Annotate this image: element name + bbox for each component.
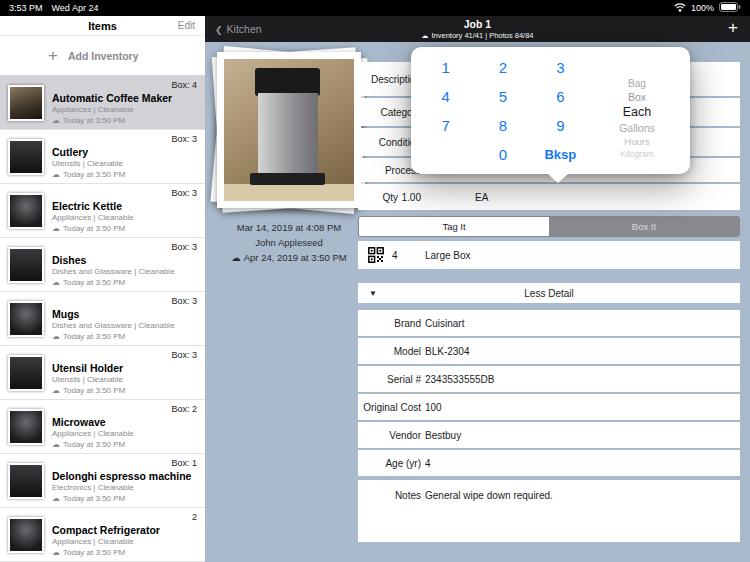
key-7[interactable]: 7 (417, 111, 474, 140)
item-box-label: Box: 3 (171, 350, 197, 360)
key-0[interactable]: 0 (474, 140, 531, 169)
item-thumbnail (8, 301, 44, 337)
detail-content: Mar 14, 2019 at 4:08 PM John Appleseed ☁… (205, 42, 750, 562)
battery-percent: 100% (691, 3, 714, 13)
key-5[interactable]: 5 (474, 82, 531, 111)
item-name: Cutlery (52, 146, 199, 158)
sidebar-title: Items (88, 20, 117, 32)
key-4[interactable]: 4 (417, 82, 474, 111)
qty-label: Qty (358, 192, 398, 203)
photo-synced-date: ☁Apr 24, 2019 at 3:50 PM (205, 250, 373, 265)
brand-field[interactable]: Brand Cuisinart (358, 310, 740, 336)
qty-unit[interactable]: EA (475, 192, 488, 203)
wifi-icon (674, 3, 686, 14)
original-cost-value[interactable]: 100 (425, 402, 442, 413)
key-1[interactable]: 1 (417, 53, 474, 82)
box-number: 4 (392, 250, 398, 261)
cloud-icon: ☁ (52, 440, 60, 449)
status-time: 3:53 PM (9, 3, 43, 13)
add-button[interactable]: + (728, 18, 738, 38)
list-item-mugs[interactable]: Box: 3 Mugs Dishes and Glassware | Clean… (0, 292, 205, 346)
list-item-cutlery[interactable]: Box: 3 Cutlery Utensils | Cleanable ☁Tod… (0, 130, 205, 184)
box-type: Large Box (425, 250, 471, 261)
key-spacer (417, 140, 474, 169)
notes-field[interactable]: Notes General wipe down required. (358, 480, 740, 542)
unit-option-bag[interactable]: Bag (592, 77, 682, 90)
status-date: Wed Apr 24 (52, 3, 99, 13)
list-item-delonghi-espresso-machine[interactable]: Box: 1 Delonghi espresso machine Electro… (0, 454, 205, 508)
list-item-automatic-coffee-maker[interactable]: Box: 4 Automatic Coffee Maker Appliances… (0, 76, 205, 130)
box-it-button[interactable]: Box It (549, 217, 739, 236)
item-synced: Today at 3:50 PM (63, 224, 125, 233)
notes-label: Notes (358, 490, 421, 501)
brand-value[interactable]: Cuisinart (425, 318, 464, 329)
box-assignment-row[interactable]: 4 Large Box (358, 241, 740, 269)
unit-option-gallons[interactable]: Gallons (592, 121, 682, 135)
add-inventory-button[interactable]: + Add Inventory (0, 36, 205, 76)
plus-icon: + (48, 46, 58, 66)
item-name: Automatic Coffee Maker (52, 92, 199, 104)
item-synced: Today at 3:50 PM (63, 170, 125, 179)
edit-button[interactable]: Edit (178, 20, 195, 31)
model-field[interactable]: Model BLK-2304 (358, 338, 740, 364)
item-name: Dishes (52, 254, 199, 266)
list-item-compact-refrigerator[interactable]: 2 Compact Refrigerator Appliances | Clea… (0, 508, 205, 562)
less-detail-toggle[interactable]: ▼ Less Detail (358, 283, 740, 303)
item-box-label: Box: 2 (171, 404, 197, 414)
cloud-icon: ☁ (52, 494, 60, 503)
key-2[interactable]: 2 (474, 53, 531, 82)
vendor-field[interactable]: Vendor Bestbuy (358, 422, 740, 448)
brand-label: Brand (358, 318, 421, 329)
cloud-icon: ☁ (231, 252, 241, 263)
age-value[interactable]: 4 (425, 458, 431, 469)
cloud-icon: ☁ (52, 224, 60, 233)
serial-label: Serial # (358, 374, 421, 385)
key-8[interactable]: 8 (474, 111, 531, 140)
model-value[interactable]: BLK-2304 (425, 346, 469, 357)
key-9[interactable]: 9 (532, 111, 589, 140)
tag-it-button[interactable]: Tag It (359, 217, 549, 236)
photo-caption: Mar 14, 2019 at 4:08 PM John Appleseed ☁… (205, 220, 373, 265)
list-item-electric-kettle[interactable]: Box: 3 Electric Kettle Appliances | Clea… (0, 184, 205, 238)
sidebar-header: Items Edit (0, 16, 205, 36)
qty-value[interactable]: 1.00 (398, 192, 421, 203)
item-name: Utensil Holder (52, 362, 199, 374)
item-name: Mugs (52, 308, 199, 320)
age-field[interactable]: Age (yr) 4 (358, 450, 740, 476)
vendor-value[interactable]: Bestbuy (425, 430, 461, 441)
item-thumbnail (8, 517, 44, 553)
unit-option-hours[interactable]: Hours (592, 135, 682, 148)
unit-option-box[interactable]: Box (592, 90, 682, 104)
item-category: Dishes and Glassware | Cleanable (52, 320, 199, 331)
photo-author: John Appleseed (205, 235, 373, 250)
original-cost-label: Original Cost (358, 402, 421, 413)
item-category: Utensils | Cleanable (52, 374, 199, 385)
item-name: Compact Refrigerator (52, 524, 199, 536)
item-photo-stack[interactable] (217, 52, 361, 208)
list-item-utensil-holder[interactable]: Box: 3 Utensil Holder Utensils | Cleanab… (0, 346, 205, 400)
key-6[interactable]: 6 (532, 82, 589, 111)
items-sidebar: Items Edit + Add Inventory Box: 4 Automa… (0, 16, 205, 562)
original-cost-field[interactable]: Original Cost 100 (358, 394, 740, 420)
serial-value[interactable]: 2343533555DB (425, 374, 495, 385)
item-box-label: Box: 4 (171, 80, 197, 90)
item-box-label: Box: 3 (171, 134, 197, 144)
list-item-microwave[interactable]: Box: 2 Microwave Appliances | Cleanable … (0, 400, 205, 454)
unit-option-each-selected[interactable]: Each (592, 104, 682, 121)
item-photo[interactable] (217, 52, 361, 208)
list-item-dishes[interactable]: Box: 3 Dishes Dishes and Glassware | Cle… (0, 238, 205, 292)
qr-code-icon (368, 247, 384, 263)
item-thumbnail (8, 193, 44, 229)
item-thumbnail (8, 463, 44, 499)
cloud-icon: ☁ (52, 116, 60, 125)
notes-value[interactable]: General wipe down required. (425, 490, 553, 501)
backspace-key[interactable]: Bksp (532, 140, 589, 169)
item-thumbnail (8, 247, 44, 283)
item-box-label: Box: 3 (171, 242, 197, 252)
sync-summary-text: Inventory 41/41 | Photos 84/84 (431, 31, 533, 40)
unit-option-kilogram[interactable]: Kilogram (592, 148, 682, 160)
serial-field[interactable]: Serial # 2343533555DB (358, 366, 740, 392)
key-3[interactable]: 3 (532, 53, 589, 82)
quantity-field[interactable]: Qty 1.00 EA (358, 184, 740, 210)
photo-taken-date: Mar 14, 2019 at 4:08 PM (205, 220, 373, 235)
